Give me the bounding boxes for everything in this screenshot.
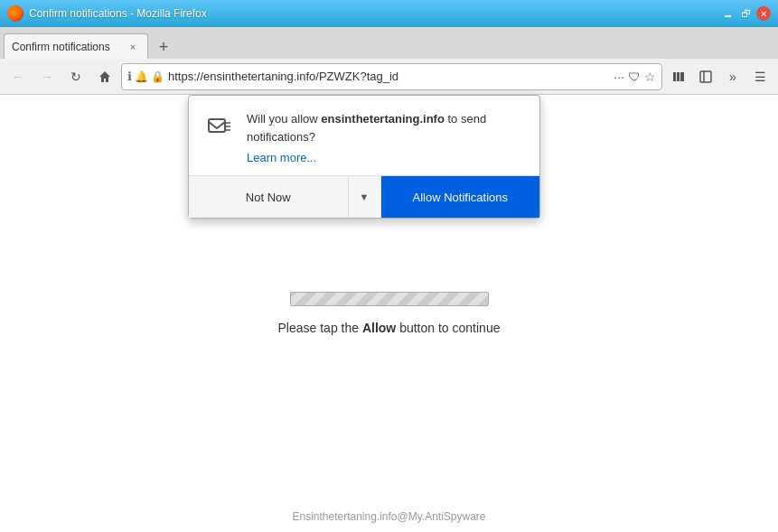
- page-footer: Ensinthetertaning.info@My.AntiSpyware: [292, 510, 485, 523]
- reload-button[interactable]: ↻: [63, 64, 89, 89]
- home-button[interactable]: [92, 64, 117, 89]
- learn-more-link[interactable]: Learn more...: [247, 151, 525, 164]
- notification-icon: [203, 110, 236, 143]
- tab-close-button[interactable]: ×: [126, 40, 140, 54]
- minimize-button[interactable]: 🗕: [720, 6, 735, 21]
- popup-body: Will you allow ensinthetertaning.info to…: [189, 96, 539, 175]
- new-tab-button[interactable]: +: [152, 35, 175, 59]
- title-bar-left: Confirm notifications - Mozilla Firefox: [7, 5, 207, 22]
- allow-notifications-button[interactable]: Allow Notifications: [381, 176, 540, 218]
- not-now-dropdown-button[interactable]: ▼: [349, 176, 381, 218]
- not-now-button[interactable]: Not Now: [189, 176, 349, 218]
- bookmark-icon[interactable]: ☆: [644, 70, 656, 84]
- lock-icon: 🔒: [151, 70, 164, 83]
- toolbar-right: » ☰: [666, 64, 773, 89]
- page-message-post: button to continue: [396, 321, 500, 335]
- firefox-logo: [7, 5, 23, 22]
- address-bar[interactable]: ℹ 🔔 🔒 https://ensinthetertaning.info/PZW…: [121, 63, 662, 90]
- notification-bell-icon: 🔔: [135, 70, 148, 83]
- notification-popup: Will you allow ensinthetertaning.info to…: [188, 95, 540, 219]
- forward-button[interactable]: →: [34, 64, 60, 89]
- svg-rect-2: [680, 72, 684, 81]
- overflow-button[interactable]: »: [720, 64, 745, 89]
- popup-site: ensinthetertaning.info: [321, 112, 445, 126]
- page-message-bold: Allow: [362, 321, 396, 335]
- popup-question: Will you allow ensinthetertaning.info to…: [247, 110, 525, 145]
- svg-rect-3: [700, 71, 711, 82]
- close-button[interactable]: ✕: [756, 6, 771, 21]
- svg-rect-5: [209, 119, 225, 132]
- svg-rect-0: [673, 72, 676, 81]
- shield-icon[interactable]: 🛡: [628, 70, 641, 84]
- popup-buttons: Not Now ▼ Allow Notifications: [189, 175, 539, 218]
- address-bar-icons: ℹ 🔔 🔒: [127, 70, 164, 83]
- back-button[interactable]: ←: [5, 64, 31, 89]
- tab-bar: Confirm notifications × +: [0, 27, 778, 59]
- maximize-button[interactable]: 🗗: [738, 6, 753, 21]
- more-options-icon[interactable]: ···: [614, 70, 624, 84]
- popup-text: Will you allow ensinthetertaning.info to…: [247, 110, 525, 164]
- page-message: Please tap the Allow button to continue: [278, 321, 501, 335]
- toolbar: ← → ↻ ℹ 🔔 🔒 https://ensinthetertaning.in…: [0, 59, 778, 95]
- menu-button[interactable]: ☰: [747, 64, 773, 89]
- tab-label: Confirm notifications: [12, 41, 110, 53]
- sidebar-button[interactable]: [693, 64, 718, 89]
- popup-question-pre: Will you allow: [247, 112, 321, 126]
- library-button[interactable]: [666, 64, 691, 89]
- page-message-pre: Please tap the: [278, 321, 362, 335]
- url-display: https://ensinthetertaning.info/PZWZK?tag…: [168, 70, 610, 83]
- svg-rect-1: [677, 72, 680, 81]
- title-bar: Confirm notifications - Mozilla Firefox …: [0, 0, 778, 27]
- tab-confirm-notifications[interactable]: Confirm notifications ×: [4, 33, 148, 59]
- info-icon: ℹ: [127, 70, 132, 83]
- dropdown-arrow-icon: ▼: [360, 191, 370, 202]
- progress-bar: [290, 292, 489, 306]
- allow-button-label: Allow Notifications: [413, 191, 509, 204]
- address-bar-right: ··· 🛡 ☆: [614, 70, 656, 84]
- window-title: Confirm notifications - Mozilla Firefox: [29, 7, 207, 20]
- title-bar-controls: 🗕 🗗 ✕: [720, 6, 771, 21]
